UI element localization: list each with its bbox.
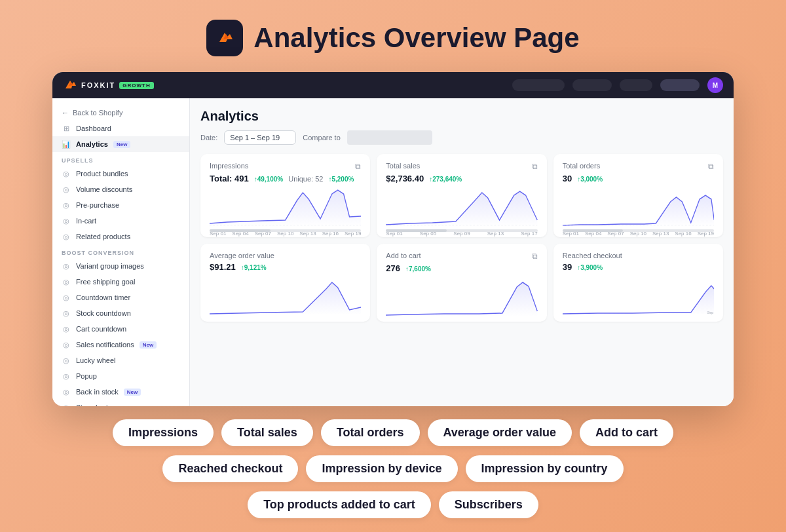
total-sales-x-labels: Sep 01 Sep 05 Sep 09 Sep 13 Sep 17 xyxy=(386,231,537,237)
upsells-section-label: UPSELLS xyxy=(52,152,189,166)
sidebar-item-back-in-stock[interactable]: ◎ Back in stock New xyxy=(52,384,189,400)
impressions-copy-icon[interactable]: ⧉ xyxy=(355,162,361,171)
sidebar-item-cart-countdown[interactable]: ◎ Cart countdown xyxy=(52,321,189,337)
pills-row-2: Reached checkout Impression by device Im… xyxy=(162,455,623,482)
compare-label: Compare to xyxy=(303,134,340,142)
sidebar-item-stock-countdown[interactable]: ◎ Stock countdown xyxy=(52,305,189,321)
nav-pill-2[interactable] xyxy=(572,79,612,91)
sidebar-item-related-products[interactable]: ◎ Related products xyxy=(52,229,189,244)
boost-conversion-section-label: BOOST CONVERSION xyxy=(52,244,189,258)
pills-row-3: Top products added to cart Subscribers xyxy=(248,491,538,518)
sales-notifications-icon: ◎ xyxy=(62,340,71,349)
sidebar-item-product-bundles[interactable]: ◎ Product bundles xyxy=(52,166,189,181)
total-sales-value-row: $2,736.40 ↑273,640% xyxy=(386,174,537,183)
pill-average-order-value[interactable]: Average order value xyxy=(428,419,572,446)
analytics-title: Analytics xyxy=(200,109,723,124)
pill-subscribers[interactable]: Subscribers xyxy=(439,491,538,518)
back-in-stock-icon: ◎ xyxy=(62,387,71,396)
impressions-x-labels: Sep 01 Sep 04 Sep 07 Sep 10 Sep 13 Sep 1… xyxy=(210,231,361,237)
stat-card-add-to-cart: Add to cart ⧉ 276 ↑7,600% xyxy=(377,244,546,322)
total-orders-badge: ↑3,000% xyxy=(577,176,603,183)
stat-card-impressions-header: Impressions ⧉ xyxy=(210,162,361,171)
pill-total-orders[interactable]: Total orders xyxy=(321,419,420,446)
nav-upgrade-button[interactable] xyxy=(660,79,700,91)
total-sales-chart: Sep 01 Sep 05 Sep 09 Sep 13 Sep 17 xyxy=(386,187,537,227)
sidebar-item-variant-group-images[interactable]: ◎ Variant group images xyxy=(52,258,189,274)
related-products-icon: ◎ xyxy=(62,232,71,241)
pills-row-1: Impressions Total sales Total orders Ave… xyxy=(113,419,673,446)
top-nav: FOXKIT GROWTH M xyxy=(52,72,734,98)
back-arrow-icon: ← xyxy=(62,109,69,117)
sidebar-item-volume-discounts[interactable]: ◎ Volume discounts xyxy=(52,181,189,197)
total-orders-label: Total orders xyxy=(563,162,600,170)
page-title: Analytics Overview Page xyxy=(253,22,579,54)
reached-checkout-label: Reached checkout xyxy=(563,252,622,259)
filter-row: Date: Sep 1 – Sep 19 Compare to xyxy=(200,130,723,145)
date-filter-select[interactable]: Sep 1 – Sep 19 xyxy=(224,130,296,145)
avg-order-value-chart xyxy=(210,276,361,315)
dashboard-icon: ⊞ xyxy=(62,124,71,133)
nav-pill-3[interactable] xyxy=(620,79,652,91)
avg-order-value-badge: ↑9,121% xyxy=(241,264,267,271)
page-header: Analytics Overview Page xyxy=(206,20,579,56)
impressions-badge2: ↑5,200% xyxy=(328,176,354,183)
sidebar-item-sales-notifications[interactable]: ◎ Sales notifications New xyxy=(52,337,189,352)
analytics-icon: 📊 xyxy=(62,140,71,149)
pill-add-to-cart[interactable]: Add to cart xyxy=(580,419,673,446)
stats-grid-top: Impressions ⧉ Total: 491 ↑49,100% Unique… xyxy=(200,154,723,237)
back-to-shopify[interactable]: ← Back to Shopify xyxy=(52,105,189,121)
impressions-unique: Unique: 52 xyxy=(288,175,323,183)
impressions-badge1: ↑49,100% xyxy=(254,176,283,183)
total-orders-copy-icon[interactable]: ⧉ xyxy=(708,162,714,171)
avg-order-value-row: $91.21 ↑9,121% xyxy=(210,262,361,272)
sidebar-item-popup[interactable]: ◎ Popup xyxy=(52,368,189,384)
main-layout: ← Back to Shopify ⊞ Dashboard 📊 Analytic… xyxy=(52,98,734,406)
reached-checkout-value-row: 39 ↑3,900% xyxy=(563,262,714,272)
stats-grid-bottom: Average order value $91.21 ↑9,121% xyxy=(200,244,723,322)
sidebar-item-size-chart[interactable]: ◎ Size chart xyxy=(52,400,189,406)
content-area: Analytics Date: Sep 1 – Sep 19 Compare t… xyxy=(190,98,734,406)
pill-reached-checkout[interactable]: Reached checkout xyxy=(162,455,298,482)
add-to-cart-copy-icon[interactable]: ⧉ xyxy=(532,252,538,261)
pill-impression-by-country[interactable]: Impression by country xyxy=(466,455,624,482)
nav-growth-badge: GROWTH xyxy=(119,82,153,89)
total-orders-x-labels: Sep 01 Sep 04 Sep 07 Sep 10 Sep 13 Sep 1… xyxy=(563,231,714,237)
sidebar-item-lucky-wheel[interactable]: ◎ Lucky wheel xyxy=(52,352,189,368)
stat-card-total-orders: Total orders ⧉ 30 ↑3,000% xyxy=(553,154,723,237)
nav-brand: FOXKIT GROWTH xyxy=(63,78,154,92)
in-cart-icon: ◎ xyxy=(62,216,71,225)
sidebar-item-countdown-timer[interactable]: ◎ Countdown timer xyxy=(52,290,189,305)
nav-pill-1[interactable] xyxy=(512,79,565,91)
reached-checkout-chart: Sep 19 xyxy=(563,276,714,315)
impressions-value-row: Total: 491 ↑49,100% Unique: 52 ↑5,200% xyxy=(210,174,361,183)
pill-impression-by-device[interactable]: Impression by device xyxy=(306,455,457,482)
reached-checkout-header: Reached checkout xyxy=(563,252,714,259)
date-filter-label: Date: xyxy=(200,134,217,142)
total-sales-value: $2,736.40 xyxy=(386,174,424,183)
product-bundles-icon: ◎ xyxy=(62,169,71,178)
avg-order-value-label: Average order value xyxy=(210,252,274,259)
sidebar-item-pre-purchase[interactable]: ◎ Pre-purchase xyxy=(52,197,189,213)
sidebar-item-in-cart[interactable]: ◎ In-cart xyxy=(52,213,189,229)
pill-impressions[interactable]: Impressions xyxy=(113,419,214,446)
add-to-cart-label: Add to cart xyxy=(386,252,421,259)
avatar[interactable]: M xyxy=(707,77,723,93)
pill-total-sales[interactable]: Total sales xyxy=(221,419,313,446)
total-orders-value-row: 30 ↑3,000% xyxy=(563,174,714,183)
free-shipping-goal-icon: ◎ xyxy=(62,277,71,286)
volume-discounts-icon: ◎ xyxy=(62,185,71,194)
sidebar-item-analytics[interactable]: 📊 Analytics New xyxy=(52,136,189,152)
sidebar-item-free-shipping-goal[interactable]: ◎ Free shipping goal xyxy=(52,274,189,290)
back-in-stock-new-badge: New xyxy=(124,389,141,396)
add-to-cart-value: 276 xyxy=(386,263,400,273)
avg-order-value-value: $91.21 xyxy=(210,262,236,272)
total-sales-copy-icon[interactable]: ⧉ xyxy=(532,162,538,171)
app-window: FOXKIT GROWTH M ← Back to Shopify ⊞ Dash… xyxy=(52,72,734,406)
pill-top-products-added-to-cart[interactable]: Top products added to cart xyxy=(248,491,431,518)
popup-icon: ◎ xyxy=(62,371,71,381)
sidebar-item-dashboard[interactable]: ⊞ Dashboard xyxy=(52,121,189,136)
stat-card-impressions: Impressions ⧉ Total: 491 ↑49,100% Unique… xyxy=(200,154,370,237)
impressions-chart: Sep 01 Sep 04 Sep 07 Sep 10 Sep 13 Sep 1… xyxy=(210,187,361,227)
compare-bar[interactable] xyxy=(347,130,432,145)
stat-card-reached-checkout: Reached checkout 39 ↑3,900% Sep 19 xyxy=(553,244,723,322)
